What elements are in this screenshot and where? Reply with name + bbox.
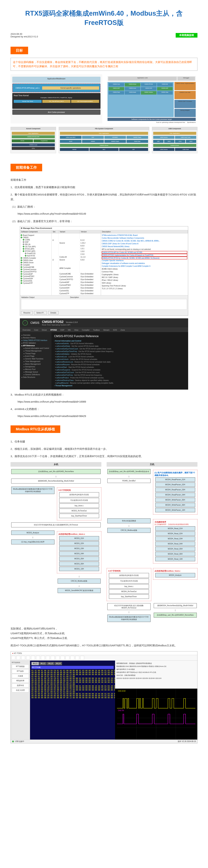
ref-item[interactable]: • osKernelProtect : Protect the RTOS Ker… [54,376,185,379]
toolbar-button[interactable] [46,656,50,660]
select-button[interactable]: Select P.. [34,311,47,314]
sidebar-button[interactable]: 自定义设置 [12,688,29,692]
tree-item[interactable]: CMSIS [21,237,51,239]
url4[interactable]: https://www.armbbs.cn/forum.php?mod=view… [18,414,198,418]
toolbar-button[interactable] [80,656,84,660]
ref-item[interactable]: • osKernelUnlock : Unlock the RTOS Kerne… [54,358,185,361]
details-button[interactable]: Details [48,311,59,314]
ref-item[interactable]: • osKernelSuspend : Suspend the RTOS Ker… [54,369,185,371]
sidebar-item[interactable]: ▸ Revision History [22,336,50,339]
ref-item[interactable]: • osKernelGetInfo : Get RTOS Kernel Info… [54,342,185,345]
rte-tree[interactable]: Board SupportCMSISCOREDSPNN LibOS Tick (… [20,234,52,295]
sidebar-item[interactable]: ▸ Overview [22,334,50,336]
toolbar-button[interactable] [16,656,20,660]
tab-3[interactable]: 串口4 [55,662,62,665]
sidebar-item[interactable]: ▸ Timer Management [22,360,50,363]
toolbar-button[interactable] [76,656,79,660]
desc-row[interactable]: Compiler Extensions for ARM Compiler 5 a… [102,265,187,268]
sidebar-button[interactable]: 温度补偿 [12,683,29,688]
ref-item[interactable]: • osKernelInitialize : Initialize the RT… [54,353,185,355]
sidebar-button[interactable]: 示波器 [12,674,29,678]
tree-item[interactable]: OS Tick (API) [21,246,51,248]
desc-row[interactable]: CMSIS-DSP Library for Cortex-M and Corte… [102,243,187,245]
ref-item[interactable]: ▪ Kernel Information and Control [54,340,185,342]
config-field[interactable]: 命令01H 命令02H 命令03H 命令04H 命令05H 命令06H 命令10… [116,677,196,680]
tree-item[interactable]: Keil RTX5 [21,255,51,257]
nav-item[interactable]: Overview [23,329,31,331]
toolbar-button[interactable] [31,656,35,660]
tree-item[interactable]: CycloneCommon [21,268,51,271]
sidebar-button[interactable]: RTT波形 [12,669,29,673]
toolbar-button[interactable] [21,656,25,660]
prep-url1[interactable]: https://www.armbbs.cn/forum.php?mod=view… [18,212,198,216]
ref-item[interactable]: • osKernelLock : Lock the RTOS Kernel sc… [54,355,185,358]
desc-row[interactable]: CMSIS-RTOS RTX5 for Cortex-M, SC000, SC3… [102,256,187,259]
config-field[interactable]: 喷墨测量类标签：系统输出 进制保持寄存器读数值 [116,662,196,665]
desc-row[interactable]: CMSIS Neural Network(NN) Library [102,245,187,248]
toolbar-button[interactable] [51,656,55,660]
ref-item[interactable]: • osKernelGetState : Get the current RTO… [54,345,185,347]
toolbar-button[interactable] [11,656,15,660]
sidebar-item[interactable]: ▸ Mutex Management [22,363,50,365]
resolve-button[interactable]: Resolve [21,311,33,314]
tree-item[interactable]: CMSIS-View [21,259,51,261]
nav-item[interactable]: Zone [120,329,125,331]
desc-row[interactable]: CMSIS-RTOS2 implementation for Cortex-M … [102,254,187,256]
ref-item[interactable]: • osKernelGetTickCount : Get the RTOS ke… [54,371,185,374]
sidebar-item[interactable]: ▸ Message Queue [22,371,50,373]
toolbar-button[interactable] [61,656,64,660]
sidebar-item[interactable]: ▸ API Reference [22,344,50,347]
sidebar-item[interactable]: ▸ Generic Wait Functions [22,358,50,360]
sidebar-item[interactable]: ▸ Generic Definitions [22,373,50,376]
nav-item[interactable]: DSP [60,329,64,331]
sidebar-item[interactable]: ▸ Thread Flags [22,352,50,355]
cmsis-sidebar[interactable]: ▸ Overview▸ Revision History▸ Using CMSI… [20,332,52,390]
sidebar-item[interactable]: ▸ Event Flags [22,355,50,358]
ref-item[interactable]: • osKernelStart : Start the RTOS Kernel … [54,366,185,369]
config-field[interactable]: 数据接收端COM2 接收时间115200 数据输出8 数据位1 校验位None … [116,665,196,668]
sidebar-item[interactable]: ▸ RTOS Validation [22,342,50,344]
tree-item[interactable]: CycloneSSL [21,280,51,282]
toolbar-button[interactable] [36,656,40,660]
nav-item[interactable]: Driver [42,329,47,331]
nav-item[interactable]: Stream [103,329,110,331]
nav-item[interactable]: Toolbox [93,329,100,331]
ref-item[interactable]: • osFaultResume : Resume normal operatio… [54,382,185,384]
ref-item[interactable]: • osKernelResume : Resume the RTOS Kerne… [54,363,185,366]
tree-item[interactable]: DSP [21,241,51,243]
tree-item[interactable]: CycloneIPSEC [21,275,51,277]
ref-item[interactable]: • osKernelGetSysTimerCount : Get the RTO… [54,347,185,350]
tree-item[interactable]: Compiler [21,264,51,266]
sidebar-item[interactable]: ▸ Semaphores [22,365,50,368]
tree-item[interactable]: CORE [21,239,51,241]
nav-item[interactable]: Compiler [82,329,90,331]
sidebar-item[interactable]: ▸ Memory Pool [22,368,50,371]
desc-row[interactable]: STMicroelectronics STM32H743I-EVAL Board [102,234,187,237]
tree-item[interactable]: CycloneSTP [21,282,51,284]
url3[interactable]: https://www.armbbs.cn/forum.php?mod=view… [18,400,198,404]
config-field[interactable]: 命令行表：采集类标签数据 [116,674,196,677]
toolbar-button[interactable] [41,656,45,660]
tree-item[interactable]: CycloneEAP [21,273,51,275]
tree-item[interactable]: RTOS (API) [21,248,51,250]
tab-2[interactable]: 串口3 [47,662,54,665]
desc-row[interactable]: Debugger visualisation of software event… [102,262,187,265]
ref-item[interactable]: • osKernelRestoreLock : Restore the RTOS… [54,361,185,363]
sidebar-item[interactable]: ▸ Thread Management [22,349,50,352]
toolbar-button[interactable] [26,656,30,660]
tree-item[interactable]: RTOS2 (API) [21,250,51,252]
tree-item[interactable]: CycloneCRYPTO [21,271,51,273]
toolbar-button[interactable] [56,656,60,660]
tree-item[interactable]: CycloneSSH [21,277,51,280]
tree-item[interactable]: FreeRTOS [21,252,51,255]
toolbar-button[interactable] [65,656,69,660]
sidebar-button[interactable]: 485波特率 [12,679,29,683]
nav-item[interactable]: NN [68,329,70,331]
nav-item[interactable]: SVD [113,329,117,331]
sidebar-item[interactable]: ▸ Kernel Information and Control [22,347,50,349]
tab-1[interactable]: 串口2 [39,662,47,665]
config-field[interactable]: 循环波特率倍 ☑ HEX数据 [116,668,196,671]
sidebar-item[interactable]: ▸ Data Structures [22,376,50,378]
nav-item[interactable]: View [74,329,78,331]
desc-row[interactable]: Compiler Specific Interfaces [102,259,187,262]
